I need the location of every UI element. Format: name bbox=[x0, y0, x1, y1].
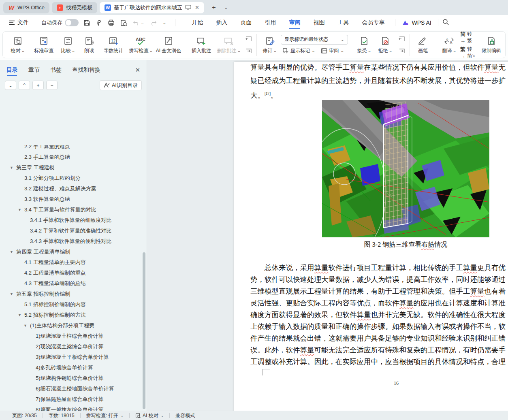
caret-down-icon[interactable]: ▼ bbox=[10, 166, 16, 170]
restrict-editing-button[interactable]: 限制编辑 bbox=[478, 33, 505, 57]
caret-down-icon[interactable]: ▼ bbox=[10, 250, 16, 254]
undo-chevron-icon[interactable]: ⌄ bbox=[141, 20, 144, 26]
status-compatibility-mode[interactable]: 兼容模式 bbox=[175, 412, 195, 419]
ink-brush-button[interactable]: 画笔 bbox=[413, 33, 433, 57]
word-count-button[interactable]: 12 字数统计 bbox=[100, 33, 127, 57]
menu-tab[interactable]: 工具 bbox=[331, 15, 355, 30]
menu-tab[interactable]: 插入 bbox=[209, 15, 234, 30]
quick-toolbar-chevron-icon[interactable]: ⌄ bbox=[162, 20, 166, 26]
markup-state-dropdown[interactable]: 显示标记的最终状态 ⌄ bbox=[281, 35, 348, 45]
toc-item[interactable]: ▼3.4 手工算量与软件算量的对比 bbox=[0, 205, 143, 215]
collapse-all-button[interactable]: ⌄ bbox=[5, 81, 16, 90]
read-aloud-button[interactable]: 朗读 bbox=[79, 33, 99, 57]
status-word-count[interactable]: 字数: 18015 bbox=[49, 412, 75, 419]
toc-item[interactable]: 5.1 招标控制价编制的内容 bbox=[0, 299, 143, 310]
tab-wps-home[interactable]: W WPS Office bbox=[3, 2, 49, 13]
toc-item[interactable]: 4.1 工程量清单的主要内容 bbox=[0, 257, 143, 268]
navigation-tab[interactable]: 书签 bbox=[50, 66, 62, 78]
menu-tab[interactable]: 页面 bbox=[234, 15, 258, 30]
next-comment-icon[interactable] bbox=[243, 47, 254, 55]
status-spell-check[interactable]: 拼写检查: 打开⌄ bbox=[86, 412, 124, 419]
toc-item[interactable]: 8)墙面一般抹灰综合单价计算 bbox=[0, 405, 143, 411]
dialog-launcher-icon[interactable]: ↘ bbox=[472, 53, 475, 58]
toc-item[interactable]: 4.3 工程量清单编制的总结 bbox=[0, 278, 143, 289]
export-pdf-icon[interactable] bbox=[96, 19, 102, 26]
toc-item[interactable]: 3.2 建模过程、难点及解决方案 bbox=[0, 183, 143, 194]
toc-item[interactable]: 3.4.2 手算和软件算量的准确性对比 bbox=[0, 226, 143, 236]
document-page[interactable]: 算量具有明显的优势。尽管手工算量在某些情况下仍有其应用价值，但软件算量无疑已经成… bbox=[234, 62, 508, 411]
proofread-button[interactable]: 校对⌄ bbox=[6, 33, 30, 57]
reject-change-button[interactable]: 拒绝⌄ bbox=[375, 33, 395, 57]
sidebar-scrollbar-thumb[interactable] bbox=[143, 252, 145, 409]
autosave-control[interactable]: 自动保存 bbox=[41, 19, 79, 26]
toc-item[interactable]: 4.2 工程量清单编制的重点 bbox=[0, 268, 143, 278]
toc-item[interactable]: 3.4.3 手算和软件算量的便利性对比 bbox=[0, 236, 143, 247]
tab-docer-templates[interactable]: ◗ 找稻壳模板 bbox=[52, 2, 97, 13]
expand-all-button[interactable]: ⌃ bbox=[19, 81, 30, 90]
tab-list-chevron-icon[interactable]: ⌄ bbox=[221, 3, 231, 13]
menu-tab[interactable]: 审阅 bbox=[282, 15, 307, 30]
share-to-screen-icon[interactable] bbox=[185, 5, 191, 10]
previous-change-icon[interactable] bbox=[396, 34, 407, 43]
spell-check-button[interactable]: ABC 拼写检查⌄ bbox=[128, 33, 154, 57]
close-pane-icon[interactable]: ✕ bbox=[135, 66, 140, 78]
new-tab-button[interactable]: + bbox=[209, 3, 219, 13]
toc-item[interactable]: ▼5.2 招标控制价编制的方法 bbox=[0, 310, 143, 320]
toc-item[interactable]: 3)现浇混凝土平板综合单价计算 bbox=[0, 352, 143, 362]
ai-polish-button[interactable]: AI 全文润色 bbox=[155, 33, 182, 57]
menu-tab[interactable]: 开始 bbox=[185, 15, 209, 30]
caret-down-icon[interactable]: ▼ bbox=[10, 292, 16, 296]
delete-comment-button[interactable]: 删除批注⌄ bbox=[216, 33, 242, 57]
print-icon[interactable] bbox=[108, 19, 115, 26]
show-markup-button[interactable]: 显示标记⌄ bbox=[281, 47, 317, 55]
zoom-out-outline-button[interactable]: − bbox=[46, 81, 58, 90]
wps-ai-button[interactable]: WPS AI bbox=[399, 19, 433, 26]
redo-icon[interactable] bbox=[150, 20, 157, 26]
tab-current-document[interactable]: W 基于广联达软件的丽水南城五 ✕ bbox=[100, 2, 204, 13]
navigation-tab[interactable]: 章节 bbox=[28, 66, 40, 78]
zoom-in-outline-button[interactable]: + bbox=[32, 81, 44, 90]
simplified-to-traditional-button[interactable]: 简→ 转繁 bbox=[460, 31, 472, 44]
next-change-icon[interactable] bbox=[396, 47, 407, 55]
toc-item[interactable]: ▼(1)主体结构分部分项工程费 bbox=[0, 320, 143, 331]
search-icon[interactable] bbox=[442, 19, 449, 27]
toc-item[interactable]: ▼第五章 招标控制价编制 bbox=[0, 289, 143, 299]
close-tab-icon[interactable]: ✕ bbox=[195, 4, 199, 11]
toc-item[interactable]: ▼第三章 工程建模 bbox=[0, 162, 143, 173]
compare-button[interactable]: 比较⌄ bbox=[58, 33, 78, 57]
accept-change-button[interactable]: 接受⌄ bbox=[354, 33, 374, 57]
menu-tab[interactable]: 会员专享 bbox=[355, 15, 391, 30]
autosave-toggle[interactable] bbox=[65, 19, 79, 26]
toc-item[interactable]: ▼第四章 工程量清单编制 bbox=[0, 247, 143, 257]
caret-down-icon[interactable]: ▼ bbox=[18, 208, 24, 212]
save-icon[interactable] bbox=[83, 19, 90, 26]
toc-item[interactable]: 2.2 手工算量的难点 bbox=[0, 145, 143, 152]
figure-3-2-image[interactable] bbox=[322, 100, 489, 237]
toc-item[interactable]: 2)现浇混凝土梁综合单价计算 bbox=[0, 341, 143, 352]
toc-item[interactable]: 3.4.1 手算和软件算量的细致度对比 bbox=[0, 215, 143, 226]
menu-tab[interactable]: 引用 bbox=[258, 15, 282, 30]
print-preview-icon[interactable] bbox=[120, 19, 127, 26]
toc-item[interactable]: 1)现浇混凝土柱综合单价计算 bbox=[0, 331, 143, 341]
status-ai-proofread[interactable]: AI 校对⌄ bbox=[135, 412, 164, 419]
navigation-tab[interactable]: 查找和替换 bbox=[72, 66, 100, 78]
translate-button[interactable]: 文A 翻译⌄ bbox=[439, 33, 459, 57]
review-panel-button[interactable]: 审阅⌄ bbox=[319, 47, 346, 55]
navigation-tab[interactable]: 目录 bbox=[6, 66, 18, 78]
caret-down-icon[interactable]: ▼ bbox=[18, 313, 24, 317]
toc-item[interactable]: 4)多孔砖墙综合单价计算 bbox=[0, 362, 143, 373]
ai-recognize-toc-button[interactable]: AI识别目录 bbox=[100, 80, 142, 90]
standard-review-button[interactable]: 标准审查 bbox=[30, 33, 57, 57]
toc-item[interactable]: 6)细石混凝土楼地面综合单价计算 bbox=[0, 384, 143, 394]
insert-comment-button[interactable]: 插入批注 bbox=[188, 33, 215, 57]
caret-down-icon[interactable]: ▼ bbox=[23, 324, 30, 328]
toc-item[interactable]: 5)现浇构件钢筋综合单价计算 bbox=[0, 373, 143, 384]
file-menu-button[interactable]: 文件 bbox=[5, 19, 33, 26]
toc-item[interactable]: 7)保温隔热屋面综合单价计算 bbox=[0, 394, 143, 405]
toc-item[interactable]: 3.1 分部分项工程的划分 bbox=[0, 173, 143, 183]
status-page-indicator[interactable]: 页面: 20/35 bbox=[12, 412, 37, 419]
traditional-to-simplified-button[interactable]: 繁→ 转简 bbox=[460, 46, 472, 59]
toc-item[interactable]: 2.3 手工算量的总结 bbox=[0, 152, 143, 162]
menu-tab[interactable]: 视图 bbox=[307, 15, 331, 30]
undo-icon[interactable]: ⌄ bbox=[133, 20, 144, 26]
